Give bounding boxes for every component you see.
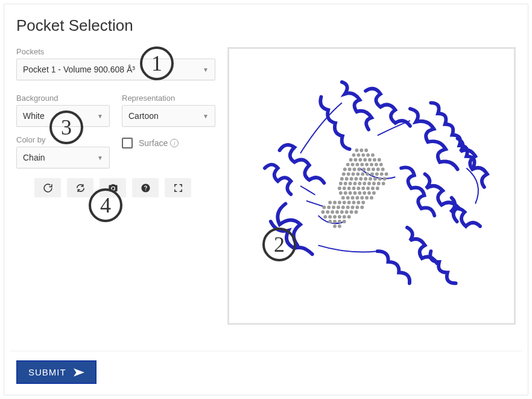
svg-point-105 xyxy=(326,210,329,214)
svg-point-94 xyxy=(361,201,365,205)
svg-point-98 xyxy=(337,205,340,209)
svg-point-95 xyxy=(322,205,326,209)
svg-point-118 xyxy=(328,220,332,223)
svg-point-28 xyxy=(362,168,366,171)
svg-point-4 xyxy=(352,153,356,157)
representation-label: Representation xyxy=(122,94,215,103)
fullscreen-icon xyxy=(173,183,183,193)
svg-point-78 xyxy=(367,191,371,195)
sync-icon xyxy=(75,183,86,193)
svg-point-108 xyxy=(340,210,344,214)
screenshot-button[interactable] xyxy=(100,178,126,197)
svg-point-58 xyxy=(363,182,366,185)
viewer-toolbar xyxy=(34,178,215,197)
svg-point-31 xyxy=(376,168,380,171)
svg-point-85 xyxy=(365,196,369,200)
camera-icon xyxy=(108,183,118,193)
fullscreen-button[interactable] xyxy=(165,178,191,197)
chevron-down-icon: ▼ xyxy=(203,113,209,120)
surface-checkbox[interactable] xyxy=(122,138,133,148)
svg-point-110 xyxy=(350,210,353,214)
help-icon xyxy=(141,183,151,193)
svg-point-33 xyxy=(342,172,346,176)
chevron-down-icon: ▼ xyxy=(203,66,209,73)
controls-panel: Pockets Pocket 1 - Volume 900.608 Å³ ▼ B… xyxy=(16,47,215,325)
svg-point-57 xyxy=(358,182,361,185)
svg-point-123 xyxy=(338,225,341,228)
svg-point-32 xyxy=(381,168,385,171)
reload-button[interactable] xyxy=(34,178,61,197)
color-by-label: Color by xyxy=(16,135,110,144)
submit-button[interactable]: SUBMIT xyxy=(16,360,97,384)
pockets-select-value: Pocket 1 - Volume 900.608 Å³ xyxy=(23,65,135,74)
send-icon xyxy=(74,368,84,377)
svg-point-112 xyxy=(323,215,327,219)
pockets-select[interactable]: Pocket 1 - Volume 900.608 Å³ ▼ xyxy=(16,59,215,80)
svg-point-96 xyxy=(327,205,331,209)
svg-point-37 xyxy=(361,172,364,176)
svg-point-80 xyxy=(341,196,345,200)
svg-point-2 xyxy=(359,148,363,152)
svg-point-109 xyxy=(345,210,349,214)
svg-point-102 xyxy=(355,205,359,209)
svg-point-107 xyxy=(335,210,339,214)
svg-point-115 xyxy=(338,215,341,219)
svg-point-35 xyxy=(352,172,355,176)
svg-point-48 xyxy=(364,177,367,180)
svg-point-83 xyxy=(355,196,359,200)
svg-point-40 xyxy=(375,172,379,176)
svg-point-65 xyxy=(347,187,351,190)
sync-button[interactable] xyxy=(67,178,93,197)
reload-icon xyxy=(43,183,53,193)
svg-point-19 xyxy=(360,163,364,167)
svg-point-63 xyxy=(338,187,341,190)
svg-point-15 xyxy=(378,158,381,162)
structure-viewer[interactable] xyxy=(227,47,516,325)
svg-point-49 xyxy=(369,177,372,180)
svg-point-53 xyxy=(339,182,343,185)
svg-point-84 xyxy=(360,196,364,200)
chevron-down-icon: ▼ xyxy=(97,155,103,161)
svg-point-82 xyxy=(351,196,355,200)
representation-select[interactable]: Cartoon ▼ xyxy=(122,105,215,127)
color-by-select[interactable]: Chain ▼ xyxy=(16,147,110,168)
svg-point-89 xyxy=(338,201,341,205)
svg-point-99 xyxy=(341,205,345,209)
svg-point-122 xyxy=(333,225,337,228)
svg-point-52 xyxy=(383,177,387,180)
svg-point-120 xyxy=(338,220,341,223)
svg-point-75 xyxy=(353,191,357,195)
svg-point-51 xyxy=(378,177,382,180)
background-select-value: White xyxy=(23,111,45,121)
svg-point-8 xyxy=(371,153,375,157)
svg-point-25 xyxy=(348,168,352,171)
svg-point-36 xyxy=(356,172,359,176)
svg-point-41 xyxy=(380,172,384,176)
protein-structure-viz xyxy=(229,49,514,323)
divider xyxy=(10,351,522,351)
svg-point-68 xyxy=(361,187,365,190)
svg-point-90 xyxy=(343,201,346,205)
svg-point-60 xyxy=(372,182,376,185)
svg-point-26 xyxy=(353,168,356,171)
svg-point-116 xyxy=(343,215,346,219)
svg-point-11 xyxy=(358,158,362,162)
svg-point-71 xyxy=(376,187,379,190)
help-button[interactable] xyxy=(132,178,159,197)
background-select[interactable]: White ▼ xyxy=(16,105,110,127)
svg-point-81 xyxy=(346,196,350,200)
svg-point-103 xyxy=(360,205,364,209)
svg-point-106 xyxy=(331,210,334,214)
svg-point-46 xyxy=(354,177,358,180)
color-by-select-value: Chain xyxy=(23,153,45,162)
info-icon[interactable]: i xyxy=(170,139,179,147)
svg-point-29 xyxy=(367,168,370,171)
svg-point-50 xyxy=(373,177,377,180)
svg-point-77 xyxy=(363,191,366,195)
svg-point-93 xyxy=(356,201,360,205)
svg-point-38 xyxy=(366,172,369,176)
surface-label-text: Surface xyxy=(139,138,168,148)
svg-point-92 xyxy=(352,201,356,205)
svg-point-87 xyxy=(328,201,332,205)
submit-label: SUBMIT xyxy=(28,367,66,377)
